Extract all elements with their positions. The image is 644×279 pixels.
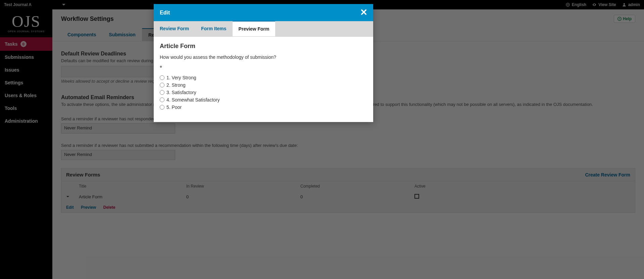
edit-modal: Edit Review Form Form Items Preview Form… [154, 4, 373, 122]
preview-question: How would you assess the methodology of … [160, 54, 367, 60]
option-2[interactable]: 2. Strong [160, 82, 367, 88]
option-5[interactable]: 5. Poor [160, 105, 367, 110]
modal-title: Edit [160, 10, 170, 16]
modal-tabs: Review Form Form Items Preview Form [154, 21, 373, 37]
option-3-radio[interactable] [160, 90, 164, 95]
modal-body: Article Form How would you assess the me… [154, 37, 373, 122]
modal-tab-review-form[interactable]: Review Form [154, 21, 195, 36]
required-indicator: * [160, 65, 367, 72]
option-2-label: 2. Strong [166, 82, 186, 88]
option-5-radio[interactable] [160, 105, 164, 110]
option-5-label: 5. Poor [166, 105, 182, 110]
option-4-label: 4. Somewhat Satisfactory [166, 97, 220, 103]
option-3[interactable]: 3. Satisfactory [160, 90, 367, 95]
option-4-radio[interactable] [160, 97, 164, 102]
option-3-label: 3. Satisfactory [166, 90, 196, 95]
modal-close-button[interactable] [360, 9, 367, 16]
close-icon [360, 9, 367, 15]
option-1-radio[interactable] [160, 75, 164, 80]
option-1-label: 1. Very Strong [166, 75, 196, 80]
preview-form-title: Article Form [160, 43, 367, 50]
option-4[interactable]: 4. Somewhat Satisfactory [160, 97, 367, 103]
option-1[interactable]: 1. Very Strong [160, 75, 367, 80]
modal-header: Edit [154, 4, 373, 21]
modal-tab-preview-form[interactable]: Preview Form [233, 21, 276, 36]
modal-tab-form-items[interactable]: Form Items [195, 21, 232, 36]
option-2-radio[interactable] [160, 83, 164, 87]
